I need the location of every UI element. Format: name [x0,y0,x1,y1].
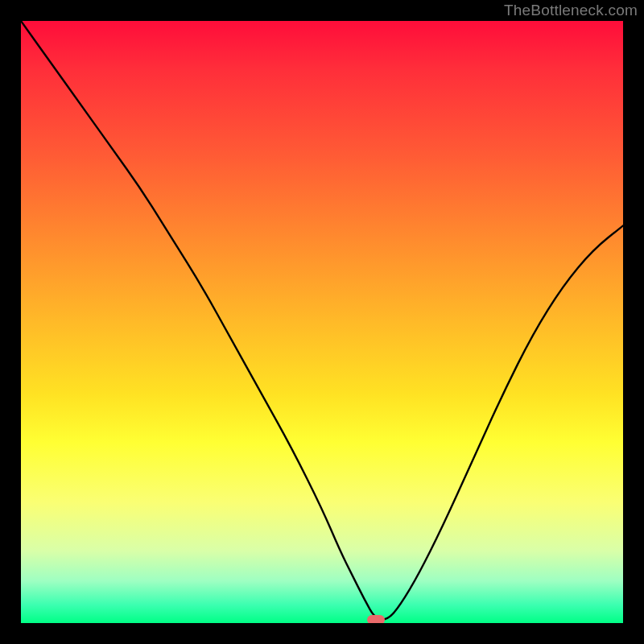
plot-area [21,21,623,623]
watermark-text: TheBottleneck.com [504,2,638,19]
bottleneck-curve [21,21,623,623]
optimum-marker [367,615,385,624]
chart-frame: TheBottleneck.com [0,0,644,644]
